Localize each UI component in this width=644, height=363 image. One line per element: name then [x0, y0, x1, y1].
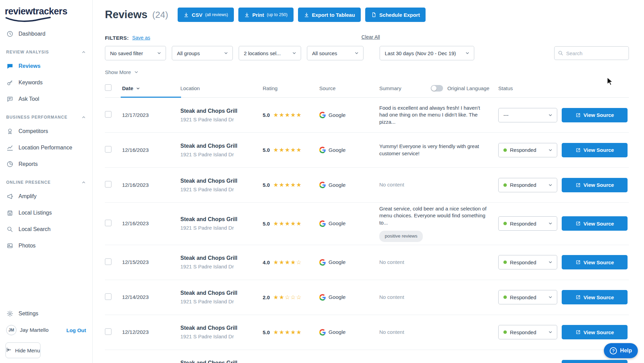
status-dropdown[interactable]: Responded: [498, 290, 557, 304]
sidebar-item-label: Local Search: [19, 226, 50, 232]
review-date: 12/16/2023: [122, 182, 180, 188]
status-dropdown[interactable]: Responded: [498, 143, 557, 157]
dropdown-value: No saved filter: [110, 50, 143, 56]
star-filled-icon: ★: [290, 182, 296, 188]
sidebar-item-local-search[interactable]: Local Search: [0, 221, 92, 238]
view-source-button[interactable]: View Source: [562, 143, 628, 157]
status-dropdown[interactable]: Responded: [498, 255, 557, 269]
row-checkbox[interactable]: [105, 293, 111, 300]
user-name: Jay Martello: [20, 327, 49, 333]
sidebar-item-amplify[interactable]: Amplify: [0, 188, 92, 205]
view-source-button[interactable]: View Source: [562, 108, 628, 122]
sidebar-item-photos[interactable]: Photos: [0, 238, 92, 254]
row-checkbox[interactable]: [105, 181, 111, 187]
status-dropdown[interactable]: Responded: [498, 178, 557, 192]
review-summary: No content: [379, 259, 488, 266]
row-checkbox[interactable]: [105, 111, 111, 118]
review-summary: Yummy! Everyone is very friendly with gr…: [379, 143, 488, 157]
sources-dropdown[interactable]: All sources: [307, 46, 363, 60]
row-checkbox[interactable]: [105, 328, 111, 335]
row-checkbox[interactable]: [105, 220, 111, 226]
row-checkbox[interactable]: [105, 258, 111, 265]
rating-value: 2.0: [263, 294, 270, 300]
csv-export-button[interactable]: CSV (all reviews): [178, 8, 234, 22]
logout-link[interactable]: Log Out: [67, 327, 86, 333]
export-tableau-button[interactable]: Export to Tableau: [298, 8, 361, 22]
external-link-icon: [575, 294, 581, 300]
star-filled-icon: ★: [296, 147, 302, 153]
view-source-button[interactable]: View Source: [562, 290, 628, 304]
schedule-export-button[interactable]: Schedule Export: [365, 8, 426, 22]
chevron-down-icon: [224, 51, 228, 56]
search-input[interactable]: [566, 50, 625, 56]
location-name: Steak and Chops Grill: [180, 290, 263, 296]
star-filled-icon: ★: [290, 147, 296, 153]
sidebar-item-reports[interactable]: Reports: [0, 156, 92, 172]
chevron-down-icon: [465, 51, 470, 56]
sidebar-item-local-listings[interactable]: Local Listings: [0, 205, 92, 221]
section-review-analysis[interactable]: REVIEW ANALYSIS: [0, 42, 92, 58]
saved-filter-dropdown[interactable]: No saved filter: [105, 46, 166, 60]
star-filled-icon: ★: [285, 147, 290, 153]
export-buttons: CSV (all reviews) Print (up to 250) Expo…: [178, 8, 426, 22]
column-date-sort[interactable]: Date: [122, 85, 180, 91]
hide-menu-button[interactable]: Hide Menu: [5, 342, 40, 358]
locations-dropdown[interactable]: 2 locations sel...: [239, 46, 301, 60]
sidebar-item-dashboard[interactable]: Dashboard: [0, 26, 92, 42]
summary-tag[interactable]: positive reviews: [379, 231, 423, 242]
section-title: BUSINESS PERFORMANCE: [6, 115, 68, 120]
google-icon: [319, 182, 326, 188]
status-dropdown[interactable]: Responded: [498, 325, 557, 339]
review-date: 12/14/2023: [122, 294, 180, 300]
status-dot: [503, 183, 507, 187]
sidebar-item-competitors[interactable]: Competitors: [0, 123, 92, 140]
show-more-toggle[interactable]: Show More: [105, 69, 139, 75]
star-filled-icon: ★: [273, 112, 279, 118]
sidebar-item-location-performance[interactable]: Location Performance: [0, 140, 92, 156]
print-button[interactable]: Print (up to 250): [238, 8, 294, 22]
status-label: Responded: [510, 221, 536, 227]
sidebar-item-reviews[interactable]: Reviews: [0, 58, 92, 74]
brand-logo-text: reviewtrackers: [5, 7, 92, 16]
location-address: 1921 S Padre Island Dr: [180, 225, 263, 231]
review-summary: No content: [379, 181, 488, 188]
date-range-dropdown[interactable]: Last 30 days (Nov 20 - Dec 19): [380, 46, 474, 60]
star-rating: ★★★★★: [273, 181, 302, 189]
page-title: Reviews: [105, 9, 147, 21]
sidebar-item-ask-tool[interactable]: Ask Tool: [0, 91, 92, 107]
download-icon: [304, 12, 309, 17]
review-date: 12/15/2023: [122, 259, 180, 265]
star-filled-icon: ★: [285, 112, 290, 118]
original-language-toggle[interactable]: [431, 85, 443, 92]
view-source-button[interactable]: View Source: [562, 255, 628, 269]
view-source-button[interactable]: View Source: [562, 360, 628, 363]
clear-all-link[interactable]: Clear All: [361, 34, 380, 40]
column-summary: Summary: [379, 85, 401, 91]
view-source-button[interactable]: View Source: [562, 178, 628, 192]
location-name: Steak and Chops Grill: [180, 360, 263, 363]
sidebar-item-label: Reviews: [19, 63, 40, 69]
sidebar-item-settings[interactable]: Settings: [0, 305, 92, 322]
status-dropdown[interactable]: ---: [498, 108, 557, 122]
select-all-checkbox[interactable]: [105, 84, 111, 91]
view-source-button[interactable]: View Source: [562, 325, 628, 339]
star-filled-icon: ★: [296, 329, 302, 336]
section-business-performance[interactable]: BUSINESS PERFORMANCE: [0, 107, 92, 123]
save-as-link[interactable]: Save as: [132, 35, 150, 40]
status-label: Responded: [510, 294, 536, 300]
status-dropdown[interactable]: Responded: [498, 216, 557, 231]
status-label: Responded: [510, 329, 536, 335]
section-online-presence[interactable]: ONLINE PRESENCE: [0, 172, 92, 188]
sidebar-item-label: Reports: [19, 161, 38, 167]
sidebar-item-keywords[interactable]: Keywords: [0, 74, 92, 91]
help-button[interactable]: ? Help: [604, 343, 638, 358]
groups-dropdown[interactable]: All groups: [172, 46, 233, 60]
star-filled-icon: ★: [279, 182, 285, 188]
source-name: Google: [329, 112, 346, 118]
row-checkbox[interactable]: [105, 146, 111, 153]
button-label: Export to Tableau: [312, 12, 355, 18]
star-filled-icon: ★: [285, 329, 290, 336]
view-source-button[interactable]: View Source: [562, 216, 628, 231]
external-link-icon: [575, 182, 581, 188]
column-location: Location: [180, 85, 263, 91]
